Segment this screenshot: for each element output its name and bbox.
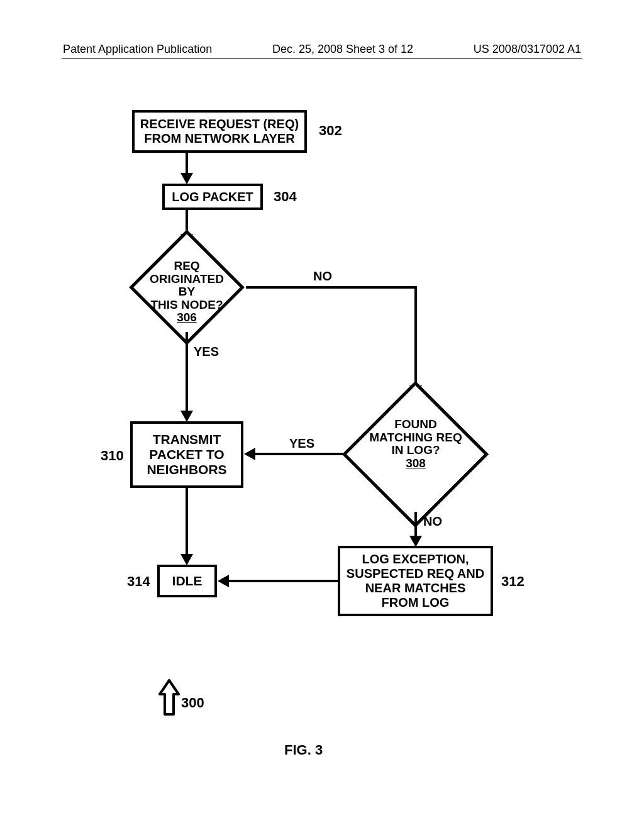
- ref-314: 314: [127, 573, 150, 590]
- text: TRANSMIT: [153, 432, 221, 447]
- edge: [255, 453, 343, 455]
- arrowhead-down-icon: [180, 411, 193, 422]
- text: MATCHING REQ: [360, 431, 472, 445]
- ref-310: 310: [101, 448, 124, 464]
- text: ORIGINATED BY: [142, 273, 232, 299]
- edge-label-yes: YES: [289, 436, 314, 451]
- figure-ref: 300: [181, 695, 204, 711]
- edge: [186, 332, 188, 412]
- process-receive-request: RECEIVE REQUEST (REQ) FROM NETWORK LAYER: [132, 110, 307, 153]
- ref-306: 306: [142, 311, 232, 324]
- decision-req-originated-label: REQ ORIGINATED BY THIS NODE? 306: [142, 260, 232, 324]
- text: FOUND: [360, 418, 472, 431]
- ref-312: 312: [501, 573, 525, 590]
- page-header: Patent Application Publication Dec. 25, …: [63, 43, 581, 56]
- decision-found-matching-label: FOUND MATCHING REQ IN LOG? 308: [360, 418, 472, 470]
- edge-label-no: NO: [313, 269, 332, 284]
- text: SUSPECTED REQ AND: [347, 567, 484, 581]
- text: FROM NETWORK LAYER: [144, 131, 294, 146]
- edge: [186, 153, 188, 174]
- text: IN LOG?: [360, 444, 472, 457]
- text: IDLE: [172, 573, 203, 589]
- process-transmit-packet: TRANSMIT PACKET TO NEIGHBORS: [130, 421, 243, 488]
- edge: [246, 286, 416, 289]
- process-log-exception: LOG EXCEPTION, SUSPECTED REQ AND NEAR MA…: [338, 546, 493, 616]
- process-log-packet: LOG PACKET: [162, 184, 263, 210]
- edge: [186, 488, 188, 556]
- text: FROM LOG: [382, 595, 450, 610]
- ref-308: 308: [360, 457, 472, 470]
- arrowhead-left-icon: [244, 448, 255, 460]
- header-right: US 2008/0317002 A1: [474, 43, 581, 56]
- page: Patent Application Publication Dec. 25, …: [0, 0, 644, 830]
- edge: [414, 286, 417, 387]
- edge-label-yes: YES: [194, 345, 219, 359]
- header-center: Dec. 25, 2008 Sheet 3 of 12: [272, 43, 413, 56]
- ref-304: 304: [274, 189, 297, 205]
- text: THIS NODE?: [142, 299, 232, 312]
- edge: [414, 512, 417, 537]
- header-left: Patent Application Publication: [63, 43, 212, 56]
- header-rule: [62, 58, 582, 59]
- arrowhead-left-icon: [218, 575, 229, 587]
- figure-caption: FIG. 3: [284, 742, 323, 758]
- edge-label-no: NO: [423, 514, 442, 529]
- process-idle: IDLE: [157, 565, 217, 597]
- text: RECEIVE REQUEST (REQ): [140, 117, 299, 131]
- text: REQ: [142, 260, 232, 273]
- ref-302: 302: [319, 123, 342, 139]
- text: NEIGHBORS: [147, 462, 226, 477]
- text: PACKET TO: [149, 447, 224, 462]
- edge: [228, 580, 338, 582]
- arrowhead-down-icon: [180, 173, 193, 184]
- figure-pointer-icon: [157, 679, 181, 717]
- text: NEAR MATCHES: [365, 581, 466, 595]
- text: LOG EXCEPTION,: [362, 552, 469, 567]
- arrowhead-down-icon: [180, 554, 193, 565]
- text: LOG PACKET: [172, 190, 253, 204]
